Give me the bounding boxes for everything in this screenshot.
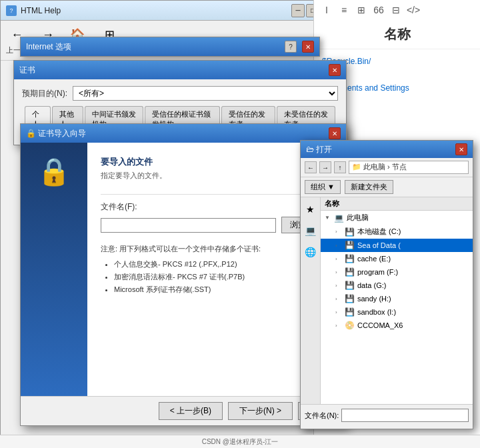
filename-row: 文件名(N): [305,409,469,422]
minus-icon[interactable]: ⊟ [389,3,403,17]
item-0-label: 本地磁盘 (C:) [357,227,401,237]
wizard-filename-input[interactable] [101,218,276,233]
wizard-section-title: 要导入的文件 [101,156,333,168]
item-3-icon: 💾 [345,267,355,277]
internet-options-titlebar: Internet 选项 ? ✕ [21,37,319,56]
tree-item-2[interactable]: › 💾 cache (E:) [321,252,473,265]
code-icon[interactable]: </> [406,3,421,17]
tree-item-3[interactable]: › 💾 program (F:) [321,265,473,279]
cert-title: 证书 [19,65,35,76]
forward-nav-btn[interactable]: → [319,161,331,173]
open-dialog-main: 名称 ▼ 💻 此电脑 › 💾 本地磁盘 (C:) › 💾 Sea of Data… [321,197,473,404]
tree-item-7[interactable]: › 📀 CCCOMA_X6 [321,319,473,332]
wizard-field-label: 文件名(F): [101,201,333,213]
tree-item-0[interactable]: › 💾 本地磁盘 (C:) [321,225,473,239]
cert-close-btn[interactable]: ✕ [329,64,341,76]
item-1-arrow: › [335,243,342,249]
open-dialog-body: ★ 💻 🌐 名称 ▼ 💻 此电脑 › 💾 本地磁盘 (C:) [301,197,473,404]
item-6-icon: 💾 [345,307,355,317]
item-0-icon: 💾 [345,227,355,237]
wizard-next-btn[interactable]: 下一步(N) > [228,402,293,420]
root-icon: 💻 [334,213,344,223]
item-3-arrow: › [335,269,342,275]
item-6-arrow: › [335,309,342,315]
tree-item-6[interactable]: › 💾 sandbox (I:) [321,305,473,319]
wizard-titlebar: 🔒 证书导入向导 ✕ [21,124,346,143]
wizard-close-btn[interactable]: ✕ [329,127,341,139]
wizard-left-panel: 🔒 [21,143,87,396]
item-4-arrow: › [335,283,342,289]
filename-label: 文件名(N): [305,411,339,421]
item-1-label: Sea of Data ( [357,241,401,249]
cert-purpose-select[interactable]: <所有> [73,86,338,101]
tree-item-5[interactable]: › 💾 sandy (H:) [321,292,473,305]
open-dialog-sidebar: ★ 💻 🌐 [301,197,321,404]
sidebar-star-icon[interactable]: ★ [304,203,317,216]
item-4-icon: 💾 [345,281,355,290]
open-dialog-toolbar: ← → ↑ 📁 此电脑 › 节点 [301,158,473,177]
internet-options-dialog: Internet 选项 ? ✕ [20,37,320,57]
filename-input[interactable] [341,409,469,422]
cert-purpose-row: 预期目的(N): <所有> [22,86,338,101]
internet-options-title: Internet 选项 [26,41,71,53]
item-5-label: sandy (H:) [357,295,391,303]
up-nav-btn[interactable]: ↑ [334,161,346,173]
tree-root[interactable]: ▼ 💻 此电脑 [321,211,473,225]
new-folder-btn[interactable]: 新建文件夹 [345,180,393,194]
item-6-label: sandbox (I:) [357,308,396,316]
item-2-label: cache (E:) [357,255,391,263]
item-3-label: program (F:) [357,268,398,276]
html-help-title: HTML Help [21,6,287,15]
list-icon[interactable]: ⊞ [354,3,369,17]
tree-item-1[interactable]: › 💾 Sea of Data ( [321,239,473,252]
html-help-icon: ? [6,5,17,16]
internet-options-close[interactable]: ✕ [302,41,314,53]
root-arrow: ▼ [325,215,331,221]
item-1-icon: 💾 [345,241,355,250]
back-nav-btn[interactable]: ← [305,161,317,173]
tree-item-4[interactable]: › 💾 data (G:) [321,279,473,292]
open-dialog-bottom: 文件名(N): [301,404,473,429]
wizard-back-btn[interactable]: < 上一步(B) [159,402,223,420]
wizard-bottom-buttons: < 上一步(B) 下一步(N) > 取消 [21,396,346,425]
root-label: 此电脑 [347,213,369,223]
open-dialog-titlebar: 🗁 打开 ✕ [301,141,473,158]
wizard-cert-icon: 🔒 [37,156,71,187]
sidebar-computer-icon[interactable]: 💻 [304,224,317,237]
wizard-input-row: 浏览(R)... [101,217,333,233]
dialog-titlebar-right: ? ✕ [285,41,314,53]
item-2-arrow: › [335,256,342,262]
wizard-title: 🔒 证书导入向导 [26,128,86,139]
cert-titlebar: 证书 ✕ [14,61,346,79]
file-list-header: 名称 [321,197,473,211]
open-dialog: 🗁 打开 ✕ ← → ↑ 📁 此电脑 › 节点 组织 ▼ 新建文件夹 ★ 💻 🌐… [300,140,473,429]
wizard-note: 注意: 用下列格式可以在一个文件中存储多个证书: [101,244,333,254]
open-dialog-close[interactable]: ✕ [455,143,467,155]
minimize-btn[interactable]: ─ [291,4,305,17]
nav-path: 📁 此电脑 › 节点 [349,161,469,174]
item-5-arrow: › [335,296,342,302]
item-7-icon: 📀 [345,321,355,330]
cert-purpose-label: 预期目的(N): [22,88,67,99]
name-column-header: 名称 [325,199,339,209]
wizard-divider [101,194,333,195]
csdn-footer-text: CSDN @退休程序员-江一 [202,437,279,447]
wizard-body: 🔒 要导入的文件 指定要导入的文件。 文件名(F): 浏览(R)... 注意: … [21,143,346,396]
csdn-footer: CSDN @退休程序员-江一 [0,435,480,448]
number-icon[interactable]: 66 [371,3,386,17]
italic-icon[interactable]: I [319,3,334,17]
open-toolbar-2: 组织 ▼ 新建文件夹 [301,177,473,197]
wizard-section-subtitle: 指定要导入的文件。 [101,171,333,181]
align-icon[interactable]: ≡ [337,3,351,17]
item-2-icon: 💾 [345,254,355,263]
item-7-arrow: › [335,323,342,329]
item-5-icon: 💾 [345,294,355,303]
sidebar-network-icon[interactable]: 🌐 [304,245,317,259]
organize-btn[interactable]: 组织 ▼ [305,180,341,194]
item-7-label: CCCOMA_X6 [357,321,403,329]
dialog-help-btn[interactable]: ? [285,41,297,53]
wizard-format-list: 个人信息交换- PKCS #12 (.PFX,.P12) 加密消息语法标准- P… [101,259,333,295]
import-wizard: 🔒 证书导入向导 ✕ 🔒 要导入的文件 指定要导入的文件。 文件名(F): 浏览… [20,123,347,426]
item-4-label: data (G:) [357,281,386,289]
right-panel-title: 名称 [314,20,480,49]
